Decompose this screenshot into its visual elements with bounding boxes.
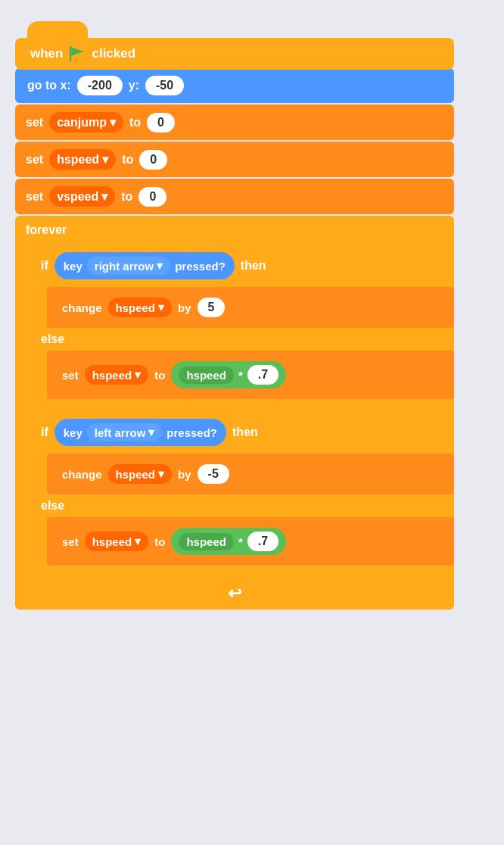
if-right-header: if key right arrow ▾ pressed? then [30, 245, 454, 287]
canjump-value[interactable]: 0 [147, 113, 175, 133]
right-arrow-key-dropdown[interactable]: ▾ [157, 259, 163, 273]
multiply-block-2[interactable]: hspeed * .7 [171, 528, 286, 555]
goto-y-value[interactable]: -50 [145, 76, 184, 95]
if-left-arrow-block[interactable]: if key left arrow ▾ pressed? then [30, 411, 454, 575]
goto-block[interactable]: go to x: -200 y: -50 [15, 68, 454, 103]
hat-block-wrapper: when clicked [15, 38, 454, 70]
by-value-1[interactable]: 5 [198, 298, 226, 317]
change-hspeed-label-1: hspeed [116, 301, 156, 314]
change-label-1: change [62, 301, 102, 314]
key-label-2: key [64, 426, 82, 439]
left-arrow-key-pill[interactable]: left arrow ▾ [87, 423, 163, 441]
set-label-3: set [26, 190, 43, 204]
vspeed-var-label: vspeed [57, 190, 98, 204]
forever-label: forever [26, 223, 67, 236]
if-left-header: if key left arrow ▾ pressed? then [30, 411, 454, 454]
change-hspeed-dropdown-1[interactable]: ▾ [158, 301, 164, 314]
forever-block[interactable]: forever if key right arrow ▾ [15, 216, 454, 610]
left-arrow-condition[interactable]: key left arrow ▾ pressed? [54, 419, 226, 446]
multiply-op-2: * [238, 535, 243, 548]
else-hspeed-var-1[interactable]: hspeed ▾ [85, 365, 149, 385]
if-label-1: if [41, 259, 48, 273]
change-hspeed-5-block[interactable]: change hspeed ▾ by 5 [53, 292, 448, 323]
canjump-var-label: canjump [57, 116, 107, 129]
set-canjump-block[interactable]: set canjump ▾ to 0 [15, 104, 454, 140]
multiply-hspeed-label-1: hspeed [179, 366, 234, 384]
if-left-body: change hspeed ▾ by -5 [47, 454, 454, 494]
goto-label: go to x: [27, 79, 71, 92]
hspeed-value-1[interactable]: 0 [139, 150, 167, 170]
then-label-2: then [232, 426, 258, 439]
forever-label-row: forever [15, 216, 454, 245]
vspeed-var-pill[interactable]: vspeed ▾ [49, 186, 115, 207]
to-label-else-2: to [154, 535, 165, 548]
canjump-var-pill[interactable]: canjump ▾ [49, 112, 123, 133]
goto-x-value[interactable]: -200 [77, 76, 123, 95]
to-label-else-1: to [154, 369, 165, 382]
if-right-arrow-block[interactable]: if key right arrow ▾ pressed? then [30, 245, 454, 408]
else-label-2: else [30, 494, 454, 517]
if-label-2: if [41, 426, 48, 439]
set-hspeed-multiply-1-block[interactable]: set hspeed ▾ to hspeed * .7 [53, 355, 448, 394]
left-arrow-key-value: left arrow [95, 426, 146, 439]
pressed-label-2: pressed? [166, 426, 217, 439]
set-label-1: set [26, 116, 43, 129]
forever-inner: if key right arrow ▾ pressed? then [30, 245, 454, 578]
else-left-body: set hspeed ▾ to hspeed * .7 [47, 517, 454, 566]
then-label-1: then [241, 259, 266, 273]
change-hspeed-var-1[interactable]: hspeed ▾ [108, 298, 173, 317]
right-arrow-key-pill[interactable]: right arrow ▾ [87, 257, 170, 275]
multiply-hspeed-label-2: hspeed [179, 533, 234, 550]
set-to-label-2: to [122, 153, 133, 167]
change-hspeed-neg5-block[interactable]: change hspeed ▾ by -5 [53, 458, 448, 490]
left-arrow-key-dropdown[interactable]: ▾ [148, 426, 154, 439]
set-hspeed-block[interactable]: set hspeed ▾ to 0 [15, 142, 454, 177]
set-label-2: set [26, 153, 43, 167]
multiply-op-1: * [238, 369, 243, 382]
else-right-body: set hspeed ▾ to hspeed * .7 [47, 351, 454, 399]
canjump-dropdown-arrow[interactable]: ▾ [110, 115, 116, 129]
when-label: when [30, 46, 63, 61]
else-label-1: else [30, 328, 454, 351]
goto-y-label: y: [129, 79, 139, 92]
vspeed-value[interactable]: 0 [138, 187, 166, 207]
by-label-1: by [178, 301, 191, 314]
change-label-2: change [62, 468, 102, 481]
multiply-val-1[interactable]: .7 [247, 365, 278, 385]
set-to-label-1: to [129, 116, 141, 129]
key-label-1: key [64, 260, 82, 273]
forever-footer: ↩ [15, 578, 454, 610]
hat-bump [27, 21, 88, 41]
set-label-else-2: set [62, 535, 79, 548]
hspeed-var-pill-1[interactable]: hspeed ▾ [49, 149, 116, 170]
multiply-val-2[interactable]: .7 [247, 532, 278, 551]
scratch-script: when clicked go to x: -200 y: -50 set ca… [15, 15, 489, 610]
hspeed-var-label-1: hspeed [57, 153, 99, 167]
set-to-label-3: to [121, 190, 132, 204]
if-left-footer [30, 566, 454, 575]
right-arrow-condition[interactable]: key right arrow ▾ pressed? [54, 252, 235, 279]
set-hspeed-multiply-2-block[interactable]: set hspeed ▾ to hspeed * .7 [53, 522, 448, 561]
change-hspeed-var-2[interactable]: hspeed ▾ [108, 464, 173, 484]
pressed-label-1: pressed? [175, 260, 226, 273]
set-vspeed-block[interactable]: set vspeed ▾ to 0 [15, 179, 454, 214]
set-label-else-1: set [62, 369, 79, 382]
flag-icon [69, 45, 86, 62]
if-right-footer [30, 399, 454, 408]
by-label-2: by [178, 468, 191, 481]
vspeed-dropdown-arrow[interactable]: ▾ [101, 189, 107, 204]
right-arrow-key-value: right arrow [95, 260, 154, 273]
svg-marker-0 [70, 47, 84, 56]
else-hspeed-var-2[interactable]: hspeed ▾ [85, 532, 149, 551]
hspeed-dropdown-arrow-1[interactable]: ▾ [102, 152, 108, 167]
clicked-label: clicked [92, 46, 135, 61]
repeat-arrow-icon: ↩ [228, 584, 241, 603]
when-flag-clicked-block[interactable]: when clicked [15, 38, 454, 70]
by-value-2[interactable]: -5 [198, 464, 229, 484]
if-right-body: change hspeed ▾ by 5 [47, 287, 454, 328]
multiply-block-1[interactable]: hspeed * .7 [171, 361, 286, 388]
